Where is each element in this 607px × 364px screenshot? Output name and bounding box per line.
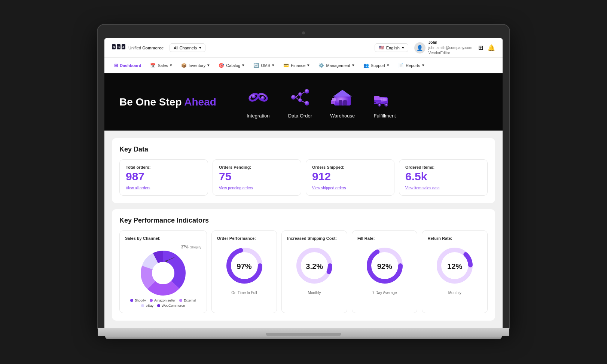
svg-text:G: G	[113, 45, 115, 49]
nav-item-inventory[interactable]: 📦 Inventory ▾	[177, 61, 213, 70]
nav-item-reports[interactable]: 📄 Reports ▾	[394, 61, 428, 70]
laptop-frame: G S a Unified Commerce All Channels ▾	[98, 25, 509, 339]
svg-point-33	[385, 104, 387, 105]
legend-dot-woocommerce	[157, 304, 160, 307]
channel-dropdown[interactable]: All Channels ▾	[170, 43, 205, 52]
integration-label: Integration	[247, 113, 269, 119]
shopify-note: Shopify	[190, 245, 201, 249]
flag-icon: 🇺🇸	[379, 45, 384, 50]
logo: G S a Unified Commerce	[112, 43, 164, 52]
stat-value-shipped: 912	[312, 171, 388, 182]
svg-rect-29	[374, 100, 381, 102]
grid-icon[interactable]: ⊞	[478, 44, 483, 51]
legend-dot-shopify	[130, 299, 133, 302]
laptop-base	[98, 328, 509, 336]
screen: G S a Unified Commerce All Channels ▾	[104, 38, 503, 328]
nav-label-oms: OMS	[261, 63, 270, 68]
language-selector[interactable]: 🇺🇸 English ▾	[375, 43, 408, 52]
warehouse-label: Warehouse	[330, 113, 355, 119]
donut-order-perf: 97%	[217, 245, 272, 288]
svg-point-14	[298, 98, 302, 102]
nav-item-dashboard[interactable]: ⊞ Dashboard	[110, 61, 145, 70]
nav-item-sales[interactable]: 📅 Sales ▾	[146, 61, 176, 70]
svg-point-43	[165, 260, 167, 262]
shopify-pct: 37%	[181, 245, 189, 249]
catalog-icon: 🎯	[219, 63, 224, 68]
kpi-sales-channel-title: Sales by Channel:	[125, 236, 201, 241]
pie-legend: Shopify Amazon seller External	[125, 299, 201, 308]
legend-label-amazon: Amazon seller	[154, 299, 176, 302]
nav-item-management[interactable]: ⚙️ Management ▾	[315, 61, 358, 70]
donut-label-return-rate: Monthly	[427, 291, 482, 295]
channel-label: All Channels	[174, 46, 197, 50]
hero-title-accent: Ahead	[184, 96, 216, 108]
kpi-card: Key Performance Indicators Sales by Chan…	[112, 209, 495, 321]
chevron-down-icon: ▾	[207, 63, 210, 68]
svg-line-17	[302, 92, 305, 94]
legend-dot-amazon	[150, 299, 153, 302]
stat-value-total-orders: 987	[126, 171, 202, 182]
nav-label-support: Support	[371, 63, 385, 68]
hero-icon-warehouse: Warehouse	[330, 85, 355, 119]
fulfillment-label: Fulfillment	[374, 113, 396, 119]
nav-item-oms[interactable]: 🔄 OMS ▾	[250, 61, 278, 70]
svg-rect-22	[339, 100, 342, 105]
stat-value-pending: 75	[219, 171, 295, 182]
stat-label-total-orders: Total orders:	[126, 165, 202, 169]
donut-value-fill-rate: 92%	[377, 262, 392, 271]
chevron-down-icon: ▾	[199, 45, 201, 50]
donut-center-return-rate: 12%	[447, 262, 462, 271]
legend-dot-ebay	[141, 304, 144, 307]
pie-chart	[125, 251, 201, 296]
hero-icon-data-order: Data Order	[288, 85, 312, 119]
donut-value-order-perf: 97%	[237, 262, 252, 271]
svg-point-13	[298, 92, 302, 96]
stat-link-pending[interactable]: View pending orders	[219, 186, 295, 190]
hero-title: Be One Step Ahead	[119, 96, 216, 108]
user-info: 👤 John john.smith@company.com VendorEdit…	[414, 40, 472, 56]
stat-orders-pending: Orders Pending: 75 View pending orders	[213, 159, 301, 196]
header-right: 🇺🇸 English ▾ 👤 John john.smith@company.c…	[375, 40, 495, 56]
screen-bezel: G S a Unified Commerce All Channels ▾	[98, 25, 509, 328]
stat-value-items: 6.5k	[405, 171, 481, 182]
bell-icon[interactable]: 🔔	[488, 44, 495, 51]
inventory-icon: 📦	[181, 63, 187, 68]
nav-item-catalog[interactable]: 🎯 Catalog ▾	[215, 61, 248, 70]
kpi-return-rate-title: Return Rate:	[427, 236, 482, 241]
header-action-icons: ⊞ 🔔	[478, 44, 495, 51]
stat-label-items: Ordered Items:	[405, 165, 481, 169]
nav-item-finance[interactable]: 💳 Finance ▾	[280, 61, 313, 70]
legend-label-woocommerce: WooCommerce	[162, 304, 185, 308]
key-data-title: Key Data	[119, 146, 488, 153]
legend-label-external: External	[184, 299, 196, 302]
stat-link-total-orders[interactable]: View all orders	[126, 186, 202, 190]
stat-ordered-items: Ordered Items: 6.5k View item sales data	[399, 159, 488, 196]
svg-point-12	[305, 101, 309, 105]
logo-text: Unified Commerce	[128, 46, 164, 50]
nav-item-support[interactable]: 👥 Support ▾	[360, 61, 393, 70]
management-icon: ⚙️	[318, 63, 324, 68]
kpi-sales-channel: Sales by Channel: 37% Shopify	[119, 230, 207, 313]
language-label: English	[386, 46, 400, 50]
stat-link-items[interactable]: View item sales data	[405, 186, 481, 190]
chevron-down-icon: ▾	[422, 63, 424, 68]
laptop-bottom	[105, 336, 502, 339]
kpi-fill-rate: Fill Rate: 92%	[352, 230, 418, 313]
nav-label-inventory: Inventory	[189, 63, 205, 68]
svg-rect-25	[332, 98, 336, 101]
legend-label-ebay: eBay	[146, 304, 153, 308]
logo-icon: G S a	[112, 43, 125, 52]
stat-link-shipped[interactable]: View shipped orders	[312, 186, 388, 190]
stat-orders-shipped: Orders Shipped: 912 View shipped orders	[306, 159, 394, 196]
stat-total-orders: Total orders: 987 View all orders	[119, 159, 208, 196]
camera	[302, 31, 305, 34]
user-email: john.smith@company.com	[428, 45, 472, 51]
donut-label-fill-rate: 7 Day Average	[357, 291, 412, 295]
chevron-down-icon: ▾	[307, 63, 309, 68]
svg-point-31	[379, 104, 380, 105]
svg-rect-34	[374, 96, 379, 100]
chevron-down-icon: ▾	[352, 63, 354, 68]
hero-text: Be One Step Ahead	[119, 96, 216, 108]
kpi-title: Key Performance Indicators	[119, 217, 488, 224]
nav-label-dashboard: Dashboard	[120, 63, 141, 68]
